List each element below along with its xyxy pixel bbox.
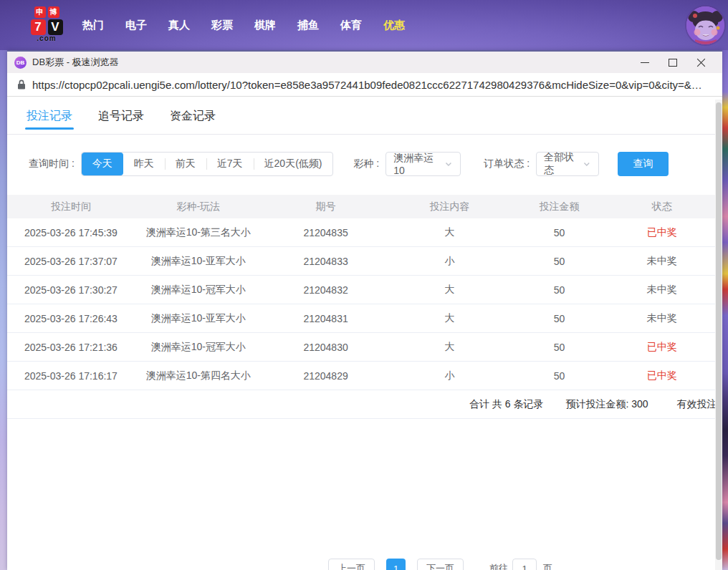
cell-game: 澳洲幸运10-亚军大小 xyxy=(135,255,262,268)
nav-item-6[interactable]: 体育 xyxy=(330,19,373,32)
cell-time: 2025-03-26 17:30:27 xyxy=(7,284,135,296)
time-option-4[interactable]: 近20天(低频) xyxy=(254,153,333,175)
cell-time: 2025-03-26 17:26:43 xyxy=(7,313,135,324)
cell-game: 澳洲幸运10-亚军大小 xyxy=(135,312,262,325)
logo-char-7: 7 xyxy=(31,19,46,35)
nav-item-2[interactable]: 真人 xyxy=(158,19,201,32)
nav-item-7[interactable]: 优惠 xyxy=(373,19,416,32)
query-button[interactable]: 查询 xyxy=(618,152,669,176)
lottery-select-value: 澳洲幸运10 xyxy=(393,152,444,176)
window-titlebar: DB DB彩票 - 极速浏览器 xyxy=(7,52,722,73)
nav-item-5[interactable]: 捕鱼 xyxy=(287,19,330,32)
logo-char-v: V xyxy=(48,19,63,35)
table-row: 2025-03-26 17:45:39澳洲幸运10-第三名大小21204835大… xyxy=(7,218,715,247)
nav-item-3[interactable]: 彩票 xyxy=(201,19,244,32)
cell-amount: 50 xyxy=(509,284,608,296)
header-cell-1: 彩种-玩法 xyxy=(135,201,262,213)
time-option-3[interactable]: 近7天 xyxy=(206,153,254,175)
lock-icon xyxy=(17,79,26,90)
cell-game: 澳洲幸运10-冠军大小 xyxy=(135,284,262,296)
lottery-filter-label: 彩种 : xyxy=(353,158,379,170)
table-row: 2025-03-26 17:37:07澳洲幸运10-亚军大小21204833小5… xyxy=(7,247,715,276)
header-cell-4: 投注金额 xyxy=(509,201,608,213)
cell-issue: 21204830 xyxy=(262,342,390,353)
header-cell-5: 状态 xyxy=(609,201,715,213)
cell-status: 已中奖 xyxy=(609,369,715,382)
user-avatar[interactable] xyxy=(686,6,724,44)
cell-amount: 50 xyxy=(509,342,608,353)
chevron-down-icon xyxy=(583,160,591,168)
pagination: 上一页 1 下一页 前往 页 xyxy=(328,559,552,570)
cell-content: 大 xyxy=(389,284,509,296)
tab-2[interactable]: 资金记录 xyxy=(168,98,217,134)
table-summary-row: 合计 共 6 条记录 预计投注金额: 300 有效投注金额 xyxy=(7,390,715,419)
page-unit-label: 页 xyxy=(543,562,552,570)
summary-expected-amount: 预计投注金额: 300 xyxy=(565,398,648,411)
order-status-select[interactable]: 全部状态 xyxy=(536,152,599,176)
cell-content: 大 xyxy=(389,226,509,239)
cell-issue: 21204833 xyxy=(262,256,390,267)
logo-char-shen: 申 xyxy=(34,6,46,18)
background-page-right-edge xyxy=(722,50,728,570)
cell-time: 2025-03-26 17:21:36 xyxy=(7,342,135,353)
summary-total: 合计 共 6 条记录 xyxy=(469,398,543,411)
order-status-value: 全部状态 xyxy=(544,151,583,177)
site-logo[interactable]: 申 博 7 V .com xyxy=(25,6,68,42)
cell-content: 大 xyxy=(389,341,509,354)
cell-game: 澳洲幸运10-第四名大小 xyxy=(135,369,262,382)
time-filter-label: 查询时间 : xyxy=(29,158,75,170)
cell-status: 未中奖 xyxy=(609,255,715,268)
url-text[interactable]: https://ctopcp02pcali.uengi5e.com/lotter… xyxy=(32,79,702,91)
header-cell-0: 投注时间 xyxy=(7,201,135,213)
chevron-down-icon xyxy=(444,160,453,168)
nav-item-0[interactable]: 热门 xyxy=(72,19,115,32)
app-icon: DB xyxy=(14,57,27,69)
nav-menu: 热门电子真人彩票棋牌捕鱼体育优惠 xyxy=(72,0,416,50)
time-option-2[interactable]: 前天 xyxy=(165,153,206,175)
bet-records-table: 投注时间彩种-玩法期号投注内容投注金额状态 2025-03-26 17:45:3… xyxy=(7,195,715,419)
table-row: 2025-03-26 17:16:17澳洲幸运10-第四名大小21204829小… xyxy=(7,362,715,390)
close-icon[interactable] xyxy=(696,58,705,67)
time-range-group: 今天昨天前天近7天近20天(低频) xyxy=(81,152,334,176)
cell-amount: 50 xyxy=(509,227,608,238)
nav-item-4[interactable]: 棋牌 xyxy=(244,19,287,32)
table-header-row: 投注时间彩种-玩法期号投注内容投注金额状态 xyxy=(7,195,715,218)
table-row: 2025-03-26 17:21:36澳洲幸运10-冠军大小21204830大5… xyxy=(7,333,715,362)
tab-1[interactable]: 追号记录 xyxy=(97,98,145,134)
cell-content: 小 xyxy=(389,255,509,268)
next-page-button[interactable]: 下一页 xyxy=(417,559,464,570)
table-row: 2025-03-26 17:26:43澳洲幸运10-亚军大小21204831大5… xyxy=(7,304,715,333)
time-option-0[interactable]: 今天 xyxy=(82,153,123,175)
cell-time: 2025-03-26 17:45:39 xyxy=(7,227,135,238)
vertical-scrollbar[interactable] xyxy=(715,100,722,570)
prev-page-button[interactable]: 上一页 xyxy=(328,559,375,570)
cell-amount: 50 xyxy=(509,256,608,267)
maximize-icon[interactable] xyxy=(669,58,677,67)
cell-status: 已中奖 xyxy=(609,226,715,239)
table-body: 2025-03-26 17:45:39澳洲幸运10-第三名大小21204835大… xyxy=(7,218,715,390)
site-navbar: 申 博 7 V .com 热门电子真人彩票棋牌捕鱼体育优惠 xyxy=(0,0,728,50)
avatar-cartoon-face-icon xyxy=(686,6,724,44)
status-filter-label: 订单状态 : xyxy=(484,158,530,170)
cell-issue: 21204835 xyxy=(262,227,390,238)
cell-issue: 21204831 xyxy=(262,313,390,324)
minimize-icon[interactable] xyxy=(641,58,649,67)
cell-content: 小 xyxy=(389,369,509,382)
cell-game: 澳洲幸运10-冠军大小 xyxy=(135,341,262,354)
page-number-1[interactable]: 1 xyxy=(386,559,406,570)
scrollbar-thumb[interactable] xyxy=(716,102,722,560)
goto-page-input[interactable] xyxy=(512,559,537,570)
lottery-select[interactable]: 澳洲幸运10 xyxy=(385,152,461,176)
page-content: 投注记录追号记录资金记录 查询时间 : 今天昨天前天近7天近20天(低频) 彩种… xyxy=(7,98,722,570)
logo-char-bo: 博 xyxy=(48,6,59,18)
cell-status: 未中奖 xyxy=(609,284,715,296)
tab-0[interactable]: 投注记录 xyxy=(25,98,74,134)
cell-status: 未中奖 xyxy=(609,312,715,325)
browser-urlbar[interactable]: https://ctopcp02pcali.uengi5e.com/lotter… xyxy=(7,73,722,97)
background-page-left-edge xyxy=(0,50,7,570)
logo-com-suffix: .com xyxy=(37,34,56,42)
time-option-1[interactable]: 昨天 xyxy=(123,153,165,175)
summary-valid-amount: 有效投注金额 xyxy=(677,398,715,411)
cell-game: 澳洲幸运10-第三名大小 xyxy=(135,226,262,239)
nav-item-1[interactable]: 电子 xyxy=(115,19,158,32)
